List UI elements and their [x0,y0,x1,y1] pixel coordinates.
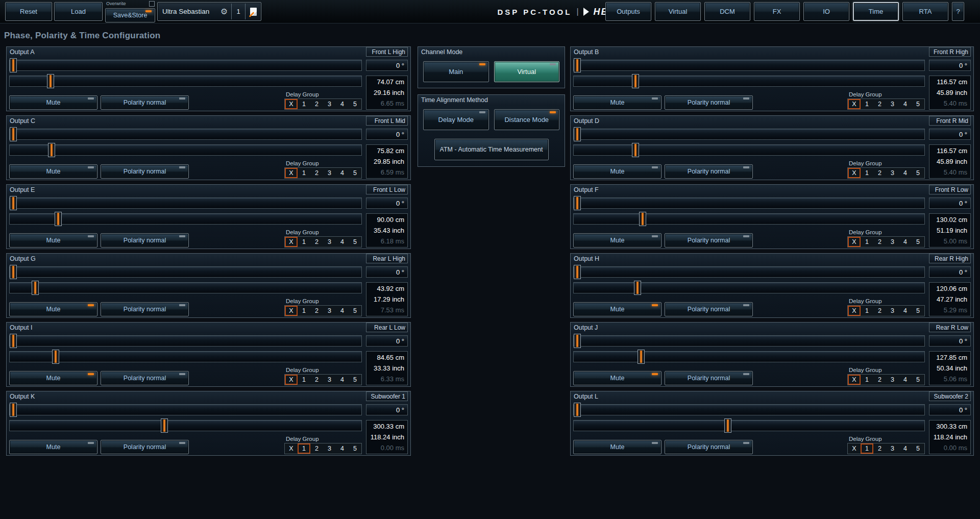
distance-slider-thumb[interactable] [52,350,59,364]
distance-slider[interactable] [9,351,362,362]
delay-group-option-5[interactable]: 5 [349,99,361,109]
phase-slider-thumb[interactable] [10,265,17,279]
mute-button[interactable]: Mute [573,233,662,248]
tab-virtual[interactable]: Virtual [655,2,701,21]
distance-slider-thumb[interactable] [48,143,55,157]
distance-cm-value[interactable]: 127.85 cm [936,353,967,363]
tab-outputs[interactable]: Outputs [605,2,651,21]
polarity-button[interactable]: Polarity normal [665,95,753,110]
polarity-button[interactable]: Polarity normal [665,164,753,179]
delay-group-option-5[interactable]: 5 [912,237,924,247]
delay-group-option-x[interactable]: X [285,443,298,454]
phase-slider[interactable] [9,129,362,140]
delay-group-option-4[interactable]: 4 [336,375,349,385]
delay-group-option-1[interactable]: 1 [861,237,873,247]
distance-cm-value[interactable]: 84.65 cm [377,353,404,363]
phase-slider[interactable] [573,129,925,140]
polarity-button[interactable]: Polarity normal [101,440,189,454]
distance-slider[interactable] [9,282,362,293]
phase-value-field[interactable]: 0 ° [366,335,408,347]
distance-inch-value[interactable]: 118.24 inch [934,432,967,442]
delay-group-option-1[interactable]: 1 [298,237,310,247]
polarity-button[interactable]: Polarity normal [101,371,189,385]
distance-inch-value[interactable]: 33.33 inch [374,363,404,374]
main-mode-button[interactable]: Main [423,61,489,82]
distance-inch-value[interactable]: 35.43 inch [374,226,404,236]
distance-value-box[interactable]: 300.33 cm 118.24 inch 0.00 ms [929,420,971,454]
phase-slider[interactable] [9,266,362,278]
phase-slider[interactable] [9,60,362,71]
polarity-button[interactable]: Polarity normal [665,440,753,454]
polarity-button[interactable]: Polarity normal [101,95,189,110]
delay-group-option-3[interactable]: 3 [886,306,899,316]
distance-slider-thumb[interactable] [47,74,54,88]
delay-group-option-2[interactable]: 2 [310,99,323,109]
phase-slider-thumb[interactable] [10,127,17,141]
distance-slider-thumb[interactable] [32,281,39,295]
distance-slider-thumb[interactable] [724,418,731,433]
mute-button[interactable]: Mute [573,95,662,110]
delay-group-option-x[interactable]: X [285,237,298,247]
save-store-button[interactable]: Save&Store [105,8,155,22]
delay-group-option-2[interactable]: 2 [310,168,323,178]
delay-group-option-1[interactable]: 1 [861,443,873,454]
delay-group-option-4[interactable]: 4 [899,99,912,109]
phase-slider[interactable] [573,60,925,71]
distance-inch-value[interactable]: 29.16 inch [374,88,404,98]
delay-group-option-1[interactable]: 1 [298,306,310,316]
phase-value-field[interactable]: 0 ° [366,197,408,209]
distance-value-box[interactable]: 90.00 cm 35.43 inch 6.18 ms [366,213,408,248]
distance-inch-value[interactable]: 29.85 inch [374,157,404,167]
gear-icon[interactable]: ⚙ [217,3,231,20]
delay-group-option-x[interactable]: X [285,375,298,385]
phase-slider[interactable] [573,266,925,278]
delay-group-option-4[interactable]: 4 [336,99,349,109]
distance-slider-thumb[interactable] [638,350,645,364]
distance-slider[interactable] [573,144,925,156]
distance-slider[interactable] [9,420,362,431]
delay-group-option-3[interactable]: 3 [886,375,899,385]
delay-group-option-2[interactable]: 2 [873,306,886,316]
atm-button[interactable]: ATM - Automatic Time Measurement [434,139,549,160]
phase-value-field[interactable]: 0 ° [929,197,971,209]
delay-group-option-2[interactable]: 2 [310,306,323,316]
delay-group-option-3[interactable]: 3 [323,375,336,385]
mute-button[interactable]: Mute [573,440,662,454]
phase-value-field[interactable]: 0 ° [929,404,971,415]
setup-name-input[interactable]: Ultra Sebastian [158,3,217,20]
phase-slider-thumb[interactable] [574,127,581,141]
distance-inch-value[interactable]: 50.34 inch [937,363,967,374]
delay-group-option-5[interactable]: 5 [349,237,361,247]
distance-inch-value[interactable]: 45.89 inch [937,88,967,98]
distance-value-box[interactable]: 130.02 cm 51.19 inch 5.00 ms [929,213,971,248]
virtual-mode-button[interactable]: Virtual [494,61,560,82]
distance-slider[interactable] [573,282,925,293]
distance-slider-thumb[interactable] [161,418,168,433]
delay-group-option-x[interactable]: X [285,99,298,109]
delay-group-option-3[interactable]: 3 [323,443,336,454]
phase-slider-thumb[interactable] [10,334,17,348]
delay-group-option-5[interactable]: 5 [912,99,924,109]
phase-slider-thumb[interactable] [574,334,581,348]
delay-mode-button[interactable]: Delay Mode [423,109,489,130]
delay-group-option-5[interactable]: 5 [912,443,924,454]
polarity-button[interactable]: Polarity normal [101,164,189,179]
distance-cm-value[interactable]: 116.57 cm [937,77,967,87]
distance-slider-thumb[interactable] [639,212,646,226]
distance-cm-value[interactable]: 120.06 cm [936,284,967,294]
mute-button[interactable]: Mute [9,164,97,179]
distance-value-box[interactable]: 120.06 cm 47.27 inch 5.29 ms [929,282,971,316]
distance-slider[interactable] [573,213,925,225]
delay-group-option-2[interactable]: 2 [310,237,323,247]
distance-cm-value[interactable]: 74.07 cm [377,77,404,87]
distance-cm-value[interactable]: 90.00 cm [377,215,404,225]
delay-group-option-1[interactable]: 1 [298,99,310,109]
delay-group-option-4[interactable]: 4 [336,237,349,247]
load-button[interactable]: Load [54,2,103,21]
delay-group-option-4[interactable]: 4 [336,306,349,316]
distance-value-box[interactable]: 116.57 cm 45.89 inch 5.40 ms [929,76,971,110]
phase-value-field[interactable]: 0 ° [366,60,408,71]
distance-cm-value[interactable]: 130.02 cm [936,215,967,225]
reset-button[interactable]: Reset [5,2,52,21]
delay-group-option-1[interactable]: 1 [861,99,873,109]
